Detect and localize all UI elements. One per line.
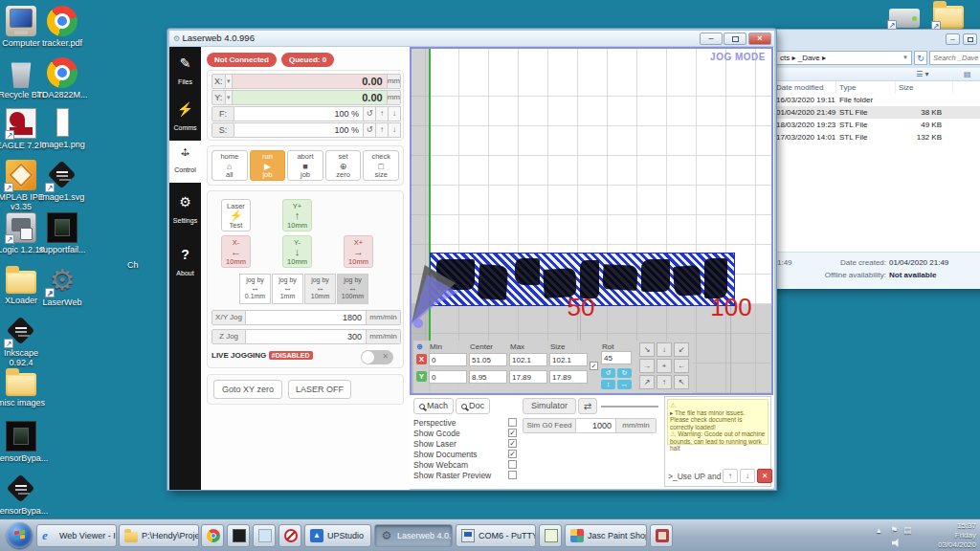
flip-horizontal-button[interactable]: ↔ [617, 380, 632, 389]
simulator-button[interactable]: Simulator [523, 398, 576, 414]
desktop-icon-supportfail[interactable]: supportfail... [34, 212, 90, 254]
desktop-icon-tracker-pdf[interactable]: tracker.pdf [34, 6, 90, 48]
y-size-input[interactable] [549, 370, 588, 384]
table-row-selected[interactable]: 01/04/2020 21:49STL File38 KB [773, 106, 980, 119]
option-show-webcam[interactable]: Show Webcam [413, 460, 517, 470]
move-left-button[interactable]: ← [674, 359, 689, 373]
decrease-button[interactable]: ↓ [389, 106, 401, 121]
close-button[interactable]: × [748, 33, 771, 45]
chevron-down-icon[interactable]: ▼ [226, 74, 233, 89]
goto-xy-zero-button[interactable]: Goto XY zero [213, 380, 282, 399]
checkbox[interactable]: ✓ [508, 450, 517, 458]
move-center-button[interactable]: + [657, 359, 672, 373]
workspace-canvas[interactable]: 50 100 JOG MODE ⊕ Min Center Max Size Ro… [410, 47, 773, 395]
move-icon[interactable]: ⊕ [416, 342, 423, 351]
address-bar[interactable]: cts ▸ _Dave ▸▼ [776, 51, 912, 65]
taskbar-item-app4[interactable] [650, 524, 673, 547]
preview-pane-icon[interactable]: ▤ [964, 70, 971, 78]
option-show-gcode[interactable]: Show Gcode✓ [413, 429, 517, 438]
x-center-input[interactable] [469, 353, 507, 366]
table-row[interactable]: 16/03/2020 19:11File folder [773, 94, 980, 106]
move-right-button[interactable]: → [639, 359, 655, 373]
feed-override-input[interactable] [234, 106, 364, 121]
jog-by-100mm-button[interactable]: jog by↔100mm [337, 274, 368, 304]
move-down-left-button[interactable]: ↙ [674, 342, 689, 357]
move-down-button[interactable]: ↓ [657, 342, 672, 357]
start-button[interactable] [7, 522, 33, 548]
taskbar-item-webviewer[interactable]: Web Viewer - Interne... [36, 524, 117, 547]
laser-off-button[interactable]: LASER OFF [288, 380, 351, 399]
move-down-right-button[interactable]: ↘ [639, 342, 655, 357]
zoom-document-button[interactable]: Doc [456, 398, 490, 414]
rotate-ccw-button[interactable]: ↺ [601, 368, 615, 378]
jog-by-1mm-button[interactable]: jog by↔1mm [272, 274, 303, 304]
desktop-icon-sensorbypass-1[interactable]: SensorBypa... [0, 421, 49, 463]
explorer-minimize-button[interactable]: – [946, 33, 960, 45]
sidebar-item-control[interactable]: Control [169, 141, 201, 183]
checkbox[interactable]: ✓ [508, 439, 517, 448]
decrease-button[interactable]: ↓ [389, 122, 401, 138]
desktop-icon-folder-topright[interactable] [921, 2, 976, 31]
y-position-input[interactable] [233, 90, 388, 105]
option-show-raster-preview[interactable]: Show Raster Preview [413, 471, 517, 480]
y-min-input[interactable] [429, 370, 467, 384]
desktop-icon-laserweb[interactable]: ⚙LaserWeb [34, 265, 90, 307]
volume-icon[interactable] [892, 539, 902, 547]
y-center-input[interactable] [469, 370, 507, 384]
rotate-cw-button[interactable]: ↻ [617, 368, 632, 378]
taskbar-clock[interactable]: 15:37 Friday 03/04/2020 [926, 521, 976, 550]
swap-icon[interactable]: ⇄ [578, 398, 597, 414]
desktop-icon-image1-svg[interactable]: Image1.svg [34, 160, 90, 202]
search-input[interactable] [929, 51, 980, 65]
views-button[interactable]: ☰ ▾ [916, 70, 928, 78]
laserweb-titlebar[interactable]: ⚙ Laserweb 4.0.996 [169, 31, 774, 47]
taskbar-item-paintshop[interactable]: Jasc Paint Shop Pro -... [565, 524, 647, 547]
refresh-button[interactable]: ↻ [914, 51, 927, 65]
taskbar-item-app1[interactable] [227, 524, 250, 547]
taskbar-item-chrome[interactable] [201, 524, 224, 547]
taskbar-item-explorer[interactable]: P:\Hendy\Projects\_... [119, 524, 199, 547]
console-input[interactable]: >_Use UP and DOW [668, 472, 722, 481]
action-center-flag-icon[interactable]: ⚑ [890, 525, 898, 535]
taskbar-item-app2[interactable] [253, 524, 276, 547]
rotation-input[interactable] [601, 351, 632, 364]
minimize-button[interactable]: – [700, 33, 723, 45]
reset-icon[interactable]: ↺ [364, 106, 376, 121]
taskbar-item-laserweb[interactable]: Laserweb 4.0.996 [374, 524, 453, 547]
taskbar-item-upstudio[interactable]: UPStudio [304, 524, 371, 547]
tray-expand-icon[interactable]: ▴ [877, 525, 881, 535]
increase-button[interactable]: ↑ [376, 122, 389, 138]
taskbar-item-app3[interactable] [278, 524, 301, 547]
jog-x-minus-button[interactable]: X-←10mm [221, 235, 251, 268]
x-size-input[interactable] [549, 353, 588, 366]
zoom-machine-button[interactable]: Mach [413, 398, 454, 414]
desktop-icon-image1-png[interactable]: Image1.png [34, 108, 90, 149]
network-icon[interactable]: ▤ [903, 525, 912, 535]
column-header-date[interactable]: Date modified [773, 81, 836, 94]
history-up-button[interactable]: ↑ [723, 469, 738, 483]
desktop-icon-tda2822[interactable]: TDA2822M... [34, 57, 90, 99]
taskbar-item-note[interactable] [539, 524, 562, 547]
increase-button[interactable]: ↑ [376, 106, 389, 121]
desktop-icon-misc-images[interactable]: misc images [0, 367, 49, 408]
table-row[interactable]: 18/03/2020 19:23STL File49 KB [773, 119, 980, 131]
checkbox[interactable]: ✓ [508, 429, 517, 437]
option-show-documents[interactable]: Show Documents✓ [413, 450, 517, 459]
sidebar-item-files[interactable]: ✎Files [169, 53, 201, 91]
x-position-input[interactable] [233, 74, 388, 89]
explorer-maximize-button[interactable] [963, 33, 977, 45]
y-max-input[interactable] [509, 370, 547, 384]
reset-icon[interactable]: ↺ [364, 122, 376, 138]
live-jogging-toggle[interactable] [361, 350, 393, 364]
option-perspective[interactable]: Perspective [413, 418, 517, 428]
table-row[interactable]: 17/03/2020 14:01STL File132 KB [773, 131, 980, 143]
chevron-down-icon[interactable]: ▼ [902, 52, 908, 64]
xy-jog-feed-input[interactable] [246, 310, 367, 325]
sidebar-item-settings[interactable]: ⚙Settings [169, 191, 201, 233]
checkbox[interactable] [508, 460, 517, 469]
sidebar-item-comms[interactable]: ⚡Comms [169, 99, 201, 137]
run-job-button[interactable]: run▶job [250, 150, 286, 181]
desktop-icon-sensorbypass-2[interactable]: SensorBypa... [0, 474, 49, 516]
jog-by-0.1mm-button[interactable]: jog by↔0.1mm [239, 274, 271, 304]
lock-aspect-checkbox[interactable]: ✓ [590, 362, 598, 370]
